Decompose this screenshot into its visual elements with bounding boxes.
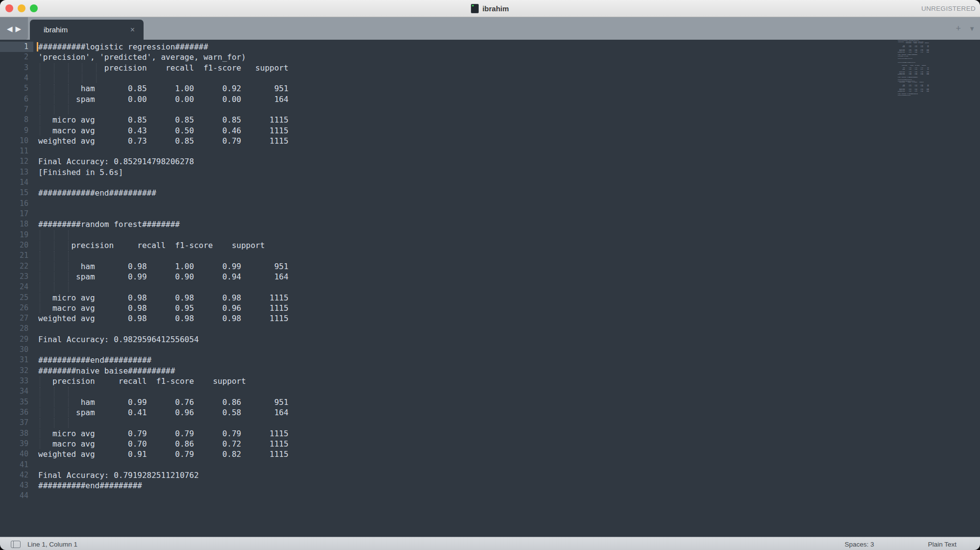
text-cursor [37, 42, 38, 51]
code-line [38, 199, 289, 209]
line-number: 40 [0, 449, 33, 459]
indent-guide [68, 74, 69, 83]
indent-guide [54, 418, 54, 427]
code-line: micro avg 0.98 0.98 0.98 1115 [38, 293, 289, 303]
line-number: 35 [0, 397, 33, 407]
tab-close-icon[interactable]: × [130, 25, 135, 34]
line-number: 11 [0, 146, 33, 156]
syntax-setting[interactable]: Plain Text [928, 541, 956, 548]
window-title: ibrahim [482, 4, 509, 13]
code-line: #########random forest######## [38, 219, 289, 229]
tab-ibrahim[interactable]: ibrahim × [30, 20, 144, 40]
indent-guide [54, 251, 54, 260]
close-window-button[interactable] [5, 4, 13, 12]
line-number: 20 [0, 240, 33, 250]
code-line: ##########logistic regression####### [38, 42, 289, 52]
indent-guide [40, 251, 40, 260]
document-icon [471, 4, 479, 13]
new-tab-icon[interactable]: + [956, 24, 961, 33]
code-line: precision recall f1-score support [38, 63, 289, 73]
code-line: macro avg 0.70 0.86 0.72 1115 [38, 439, 289, 449]
indent-guide [68, 418, 69, 427]
line-number: 8 [0, 115, 33, 125]
indent-guide [40, 429, 40, 438]
code-line: spam 0.41 0.96 0.58 164 [38, 407, 289, 418]
indent-guide [40, 282, 40, 292]
indent-guide [40, 272, 40, 281]
indent-guide [68, 282, 69, 292]
code-line: spam 0.00 0.00 0.00 164 [38, 94, 289, 104]
code-lines: ##########logistic regression#######'pre… [38, 42, 289, 501]
line-number: 41 [0, 460, 33, 470]
minimize-window-button[interactable] [18, 4, 25, 12]
code-line: [Finished in 5.6s] [38, 167, 289, 177]
indent-guide [40, 74, 40, 83]
line-number: 38 [0, 428, 33, 439]
indent-guide [68, 387, 69, 396]
line-number: 1 [0, 42, 33, 52]
line-number: 24 [0, 282, 33, 292]
tab-forward-icon[interactable]: ▶ [16, 25, 22, 32]
code-line: macro avg 0.43 0.50 0.46 1115 [38, 125, 289, 136]
indent-guide [40, 115, 40, 125]
line-number: 30 [0, 345, 33, 355]
line-number: 31 [0, 355, 33, 365]
indent-guide [82, 63, 82, 73]
tab-back-icon[interactable]: ◀ [7, 25, 13, 32]
line-number: 25 [0, 293, 33, 303]
code-line [38, 418, 289, 428]
line-number: 10 [0, 136, 33, 146]
code-line [38, 282, 289, 292]
indent-guide [68, 95, 69, 104]
indent-guide [68, 241, 69, 250]
tab-label: ibrahim [44, 25, 68, 34]
line-number: 33 [0, 376, 33, 386]
code-line: ############end########## [38, 188, 289, 198]
code-line [38, 250, 289, 261]
line-number: 2 [0, 52, 33, 62]
editor-surface[interactable]: 1234567891011121314151617181920212223242… [0, 40, 980, 537]
line-number: 4 [0, 73, 33, 83]
code-line [38, 73, 289, 83]
indent-guide [54, 241, 54, 250]
code-line [38, 230, 289, 240]
indent-guide [40, 84, 40, 93]
zoom-window-button[interactable] [30, 4, 38, 12]
line-number: 19 [0, 230, 33, 240]
line-number: 36 [0, 407, 33, 418]
minimap[interactable]: ##########logistic regression#######'pre… [898, 40, 980, 537]
line-number: 23 [0, 272, 33, 282]
panel-toggle-icon[interactable] [11, 541, 21, 548]
indent-guide [54, 262, 54, 271]
gutter: 1234567891011121314151617181920212223242… [0, 42, 33, 501]
indent-guide [68, 262, 69, 271]
code-line: micro avg 0.85 0.85 0.85 1115 [38, 115, 289, 125]
indent-guide [54, 63, 54, 73]
code-line: micro avg 0.79 0.79 0.79 1115 [38, 428, 289, 439]
indent-guide [54, 408, 54, 417]
code-line [38, 345, 289, 355]
indent-guide [68, 84, 69, 93]
indent-guide [40, 293, 40, 302]
line-number: 13 [0, 167, 33, 177]
code-line [38, 491, 289, 501]
code-line [38, 324, 289, 334]
status-bar-right: Spaces: 3 Plain Text [845, 541, 980, 548]
line-number: 27 [0, 313, 33, 324]
code-line: precision recall f1-score support [38, 240, 289, 250]
indent-guide [40, 408, 40, 417]
line-number: 16 [0, 199, 33, 209]
line-number: 17 [0, 209, 33, 219]
indent-setting[interactable]: Spaces: 3 [845, 541, 874, 548]
code-line: ##########end######### [38, 480, 289, 491]
indent-guide [40, 418, 40, 427]
indent-guide [40, 262, 40, 271]
indent-guide [82, 74, 82, 83]
line-number: 15 [0, 188, 33, 198]
indent-guide [68, 408, 69, 417]
status-bar: Line 1, Column 1 Spaces: 3 Plain Text [0, 537, 980, 550]
line-number: 28 [0, 324, 33, 334]
indent-guide [68, 398, 69, 407]
indent-guide [40, 105, 40, 114]
tab-overflow-icon[interactable]: ▼ [969, 25, 975, 32]
